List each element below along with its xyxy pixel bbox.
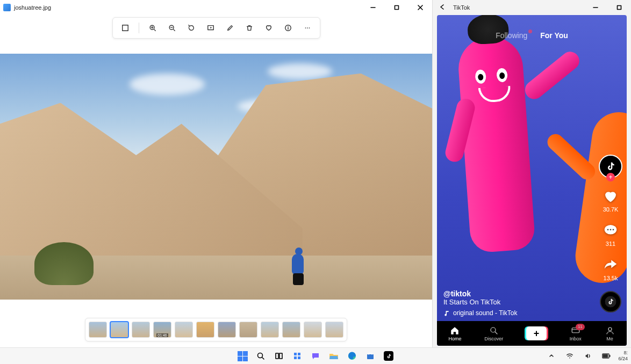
svg-line-10 xyxy=(173,30,175,31)
thumbnail-10[interactable] xyxy=(304,322,322,338)
info-button[interactable] xyxy=(281,21,295,35)
tiktok-titlebar: TikTok xyxy=(433,0,631,15)
svg-marker-13 xyxy=(210,27,212,28)
video-action-rail: + 30.7K 311 13.5k xyxy=(599,155,622,312)
svg-rect-38 xyxy=(294,356,297,359)
plus-icon: + xyxy=(526,326,547,340)
tiktok-bottom-nav: Home Discover + 11 Inbox Me xyxy=(437,321,627,346)
tiktok-maximize-button[interactable] xyxy=(607,0,631,15)
thumbnail-6[interactable] xyxy=(218,322,236,338)
search-button[interactable] xyxy=(254,350,267,362)
svg-point-27 xyxy=(613,229,614,230)
comment-button[interactable]: 311 xyxy=(603,222,619,247)
sound-disc[interactable] xyxy=(600,291,621,312)
thumbnail-2[interactable] xyxy=(132,322,150,338)
photo-viewport[interactable] xyxy=(0,54,432,300)
svg-point-19 xyxy=(305,27,306,28)
sound-row[interactable]: original sound - TikTok xyxy=(443,309,589,317)
start-button[interactable] xyxy=(236,350,249,362)
delete-button[interactable] xyxy=(242,21,256,35)
video-decor-pink xyxy=(456,34,536,253)
nav-create[interactable]: + xyxy=(526,326,547,340)
zoom-out-button[interactable] xyxy=(165,21,179,35)
svg-rect-36 xyxy=(294,353,297,355)
follow-plus-icon[interactable]: + xyxy=(606,173,615,181)
fullscreen-button[interactable] xyxy=(118,21,132,35)
more-button[interactable] xyxy=(300,21,314,35)
back-button[interactable] xyxy=(436,3,449,12)
svg-line-6 xyxy=(154,30,155,31)
share-button[interactable]: 13.5k xyxy=(603,257,619,281)
windows-taskbar: 8: 6/24 xyxy=(0,347,631,364)
photo-subject-person xyxy=(290,247,308,285)
video-caption: @tiktok It Starts On TikTok original sou… xyxy=(443,289,589,317)
svg-rect-37 xyxy=(298,353,300,355)
svg-rect-1 xyxy=(395,6,399,10)
thumbnail-5[interactable] xyxy=(196,322,214,338)
svg-rect-4 xyxy=(122,25,128,31)
like-button[interactable]: 30.7K xyxy=(603,188,619,213)
task-view-button[interactable] xyxy=(273,350,285,362)
tiktok-taskbar-button[interactable] xyxy=(382,350,395,362)
tiktok-window: TikTok Following For You + xyxy=(432,0,631,348)
thumbnail-1[interactable] xyxy=(110,322,128,338)
svg-rect-45 xyxy=(610,355,611,357)
rotate-button[interactable] xyxy=(184,21,198,35)
thumbnail-4[interactable] xyxy=(175,322,193,338)
live-indicator-dot xyxy=(528,30,532,33)
thumbnail-3[interactable]: 01:46 xyxy=(153,322,171,338)
tray-chevron-icon[interactable] xyxy=(545,350,558,362)
widgets-button[interactable] xyxy=(291,350,304,362)
edit-button[interactable] xyxy=(223,21,237,35)
minimize-button[interactable] xyxy=(361,0,385,15)
svg-point-20 xyxy=(307,27,308,28)
edge-button[interactable] xyxy=(346,350,358,362)
creator-avatar[interactable]: + xyxy=(599,155,622,178)
nav-home[interactable]: Home xyxy=(448,326,461,341)
svg-point-32 xyxy=(258,353,263,358)
svg-point-25 xyxy=(607,229,609,230)
volume-icon[interactable] xyxy=(582,350,594,362)
battery-icon[interactable] xyxy=(600,350,613,362)
sound-name: original sound - TikTok xyxy=(453,309,517,317)
nav-discover[interactable]: Discover xyxy=(484,326,503,341)
toolbar-separator xyxy=(139,23,139,33)
chat-button[interactable] xyxy=(309,350,322,362)
photos-titlebar: joshuatree.jpg xyxy=(0,0,432,15)
slideshow-button[interactable] xyxy=(204,21,218,35)
comment-count: 311 xyxy=(606,241,615,247)
tiktok-video-area[interactable]: Following For You + 30.7K 311 xyxy=(437,15,627,346)
svg-line-33 xyxy=(262,358,264,359)
svg-rect-35 xyxy=(279,353,282,359)
zoom-in-button[interactable] xyxy=(146,21,160,35)
wifi-icon[interactable] xyxy=(563,350,576,362)
thumbnail-0[interactable] xyxy=(89,322,107,338)
explorer-button[interactable] xyxy=(327,350,340,362)
thumbnail-11[interactable] xyxy=(325,322,343,338)
store-button[interactable] xyxy=(364,350,377,362)
thumbnail-9[interactable] xyxy=(282,322,300,338)
caption-text: It Starts On TikTok xyxy=(443,298,500,306)
svg-rect-34 xyxy=(276,353,278,359)
photos-window: joshuatree.jpg xyxy=(0,0,433,348)
svg-point-31 xyxy=(608,327,612,331)
maximize-button[interactable] xyxy=(385,0,408,15)
tiktok-minimize-button[interactable] xyxy=(584,0,607,15)
inbox-badge: 11 xyxy=(576,324,585,330)
photos-toolbar xyxy=(0,17,432,39)
thumbnail-7[interactable] xyxy=(239,322,257,338)
nav-me[interactable]: Me xyxy=(605,326,615,341)
caption-user[interactable]: @tiktok xyxy=(443,289,471,298)
nav-inbox[interactable]: 11 Inbox xyxy=(570,326,582,341)
svg-rect-44 xyxy=(603,354,608,358)
thumbnail-8[interactable] xyxy=(261,322,279,338)
like-count: 30.7K xyxy=(603,206,619,213)
svg-point-26 xyxy=(610,229,612,230)
taskbar-clock[interactable]: 8: 6/24 xyxy=(618,350,628,362)
tab-for-you[interactable]: For You xyxy=(540,31,568,40)
svg-point-18 xyxy=(288,26,289,27)
svg-point-42 xyxy=(570,358,571,359)
close-button[interactable] xyxy=(408,0,432,15)
favorite-button[interactable] xyxy=(262,21,276,35)
tab-following[interactable]: Following xyxy=(496,31,527,40)
